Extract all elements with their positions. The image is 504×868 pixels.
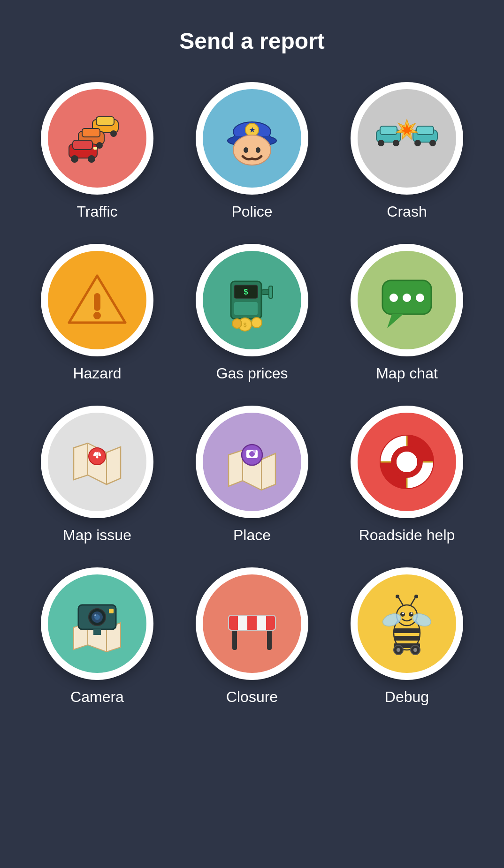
- report-item-crash[interactable]: Crash: [336, 82, 477, 220]
- map-chat-label: Map chat: [376, 365, 438, 382]
- svg-point-106: [414, 595, 418, 598]
- closure-icon-bg: [203, 574, 301, 673]
- report-grid: Traffic ★: [27, 82, 477, 706]
- report-item-police[interactable]: ★ Police: [182, 82, 322, 220]
- report-item-gas-prices[interactable]: $ $ Gas prices: [182, 244, 322, 382]
- svg-line-103: [398, 597, 403, 605]
- crash-circle: [351, 82, 463, 195]
- svg-rect-92: [266, 615, 275, 630]
- svg-rect-90: [229, 615, 238, 630]
- svg-point-34: [93, 312, 101, 319]
- closure-icon: [219, 591, 285, 657]
- traffic-icon-bg: [48, 89, 146, 188]
- svg-point-3: [110, 130, 117, 137]
- report-item-camera[interactable]: Camera: [27, 567, 168, 706]
- svg-point-47: [389, 294, 398, 302]
- svg-point-19: [244, 147, 248, 153]
- map-chat-icon-bg: [358, 251, 456, 349]
- svg-rect-96: [394, 636, 420, 641]
- report-item-hazard[interactable]: Hazard: [27, 244, 168, 382]
- traffic-circle: [41, 82, 153, 195]
- svg-point-71: [397, 452, 417, 472]
- hazard-label: Hazard: [73, 365, 121, 382]
- svg-point-112: [413, 648, 417, 652]
- roadside-help-icon-bg: [358, 413, 456, 511]
- svg-rect-26: [417, 126, 434, 135]
- place-circle: [196, 406, 308, 518]
- svg-point-24: [393, 140, 399, 146]
- debug-label: Debug: [385, 688, 429, 706]
- svg-rect-9: [73, 140, 92, 150]
- place-icon-bg: [203, 413, 301, 511]
- svg-rect-85: [93, 629, 101, 635]
- traffic-label: Traffic: [76, 203, 117, 220]
- police-icon-bg: ★: [203, 89, 301, 188]
- police-circle: ★: [196, 82, 308, 195]
- svg-marker-46: [387, 314, 403, 328]
- map-issue-icon-bg: [48, 413, 146, 511]
- map-chat-icon: [374, 267, 440, 333]
- place-icon: [219, 429, 285, 495]
- svg-point-102: [411, 612, 412, 614]
- page-title: Send a report: [179, 28, 324, 54]
- svg-text:★: ★: [249, 126, 255, 134]
- svg-rect-5: [82, 128, 100, 137]
- svg-rect-95: [394, 628, 420, 633]
- svg-point-28: [414, 140, 421, 146]
- report-item-place[interactable]: Place: [182, 406, 322, 544]
- report-item-traffic[interactable]: Traffic: [27, 82, 168, 220]
- roadside-help-circle: [351, 406, 463, 518]
- svg-point-20: [256, 147, 260, 153]
- camera-label: Camera: [70, 688, 124, 706]
- place-label: Place: [233, 527, 271, 544]
- svg-point-27: [429, 140, 436, 146]
- svg-rect-1: [96, 117, 114, 125]
- camera-icon: [64, 591, 130, 657]
- debug-icon-bg: [358, 574, 456, 673]
- roadside-help-label: Roadside help: [359, 527, 455, 544]
- gas-prices-icon-bg: $ $: [203, 251, 301, 349]
- svg-point-111: [397, 648, 400, 652]
- report-item-closure[interactable]: Closure: [182, 567, 322, 706]
- police-icon: ★: [219, 106, 285, 171]
- camera-circle: [41, 567, 153, 680]
- hazard-icon-bg: [48, 251, 146, 349]
- svg-text:$: $: [244, 322, 247, 328]
- report-item-debug[interactable]: Debug: [336, 567, 477, 706]
- svg-point-23: [378, 140, 384, 146]
- map-issue-circle: [41, 406, 153, 518]
- svg-rect-12: [93, 147, 97, 150]
- report-item-map-issue[interactable]: Map issue: [27, 406, 168, 544]
- svg-point-42: [252, 317, 262, 328]
- map-issue-label: Map issue: [63, 527, 131, 544]
- map-issue-icon: [64, 429, 130, 495]
- svg-rect-91: [247, 615, 257, 630]
- svg-point-59: [96, 456, 99, 459]
- svg-point-43: [232, 319, 242, 328]
- svg-rect-33: [94, 293, 100, 311]
- svg-point-101: [402, 612, 404, 614]
- debug-icon: [374, 591, 440, 657]
- svg-line-105: [411, 597, 415, 605]
- hazard-icon: [64, 267, 130, 333]
- svg-point-11: [88, 155, 95, 163]
- crash-label: Crash: [387, 203, 427, 220]
- report-item-roadside-help[interactable]: Roadside help: [336, 406, 477, 544]
- crash-icon: [374, 106, 440, 171]
- gas-prices-icon: $ $: [219, 267, 285, 333]
- map-chat-circle: [351, 244, 463, 356]
- svg-rect-40: [269, 286, 273, 298]
- hazard-circle: [41, 244, 153, 356]
- svg-point-48: [403, 294, 411, 302]
- camera-icon-bg: [48, 574, 146, 673]
- report-item-map-chat[interactable]: Map chat: [336, 244, 477, 382]
- traffic-icon: [64, 106, 130, 171]
- svg-rect-38: [234, 302, 258, 315]
- police-label: Police: [231, 203, 272, 220]
- gas-prices-circle: $ $: [196, 244, 308, 356]
- svg-point-104: [396, 595, 399, 598]
- svg-point-10: [71, 155, 78, 163]
- crash-icon-bg: [358, 89, 456, 188]
- svg-rect-67: [253, 450, 256, 453]
- svg-point-49: [416, 294, 424, 302]
